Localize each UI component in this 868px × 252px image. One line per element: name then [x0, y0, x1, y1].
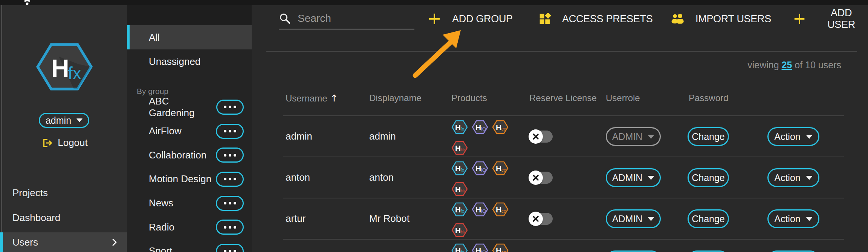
- column-header-userrole[interactable]: Userrole: [606, 93, 640, 103]
- access-presets-button[interactable]: ACCESS PRESETS: [536, 10, 655, 28]
- change-password-button[interactable]: Change: [688, 250, 729, 252]
- dot-icon: [234, 250, 236, 252]
- group-list-item[interactable]: News: [127, 191, 252, 215]
- nav-label: Users: [12, 237, 38, 248]
- userrole-value: ADMIN: [612, 214, 643, 224]
- userrole-dropdown[interactable]: ADMIN: [606, 127, 661, 146]
- group-name[interactable]: ABC Gardening: [149, 95, 216, 119]
- action-dropdown[interactable]: Action: [767, 168, 819, 187]
- dot-icon: [224, 202, 226, 204]
- svg-text:H: H: [496, 164, 501, 173]
- group-name[interactable]: Motion Design: [149, 173, 211, 185]
- column-header-products[interactable]: Products: [451, 93, 487, 103]
- svg-text:hk: hk: [461, 147, 466, 152]
- action-dropdown[interactable]: Action: [767, 209, 819, 228]
- change-password-button[interactable]: Change: [688, 127, 729, 146]
- svg-text:H: H: [496, 205, 501, 214]
- svg-text:fx: fx: [461, 126, 465, 132]
- group-list-item[interactable]: AirFlow: [127, 119, 252, 143]
- people-icon: [671, 14, 684, 24]
- nav-label: Dashboard: [12, 212, 60, 224]
- dot-icon: [224, 154, 226, 157]
- group-list-item[interactable]: Motion Design: [127, 167, 252, 191]
- add-user-button[interactable]: ADD USER: [791, 10, 868, 28]
- product-hex-hk: Hhk: [451, 140, 468, 155]
- app-window: H fx admin Logout Projects Dashboard Use…: [0, 0, 868, 252]
- reserve-license-toggle[interactable]: [529, 129, 553, 144]
- product-hex-co: Hco: [492, 243, 509, 252]
- group-list-item[interactable]: Radio: [127, 215, 252, 239]
- sidebar-item-projects[interactable]: Projects: [2, 182, 127, 204]
- change-label: Change: [692, 172, 725, 183]
- sidebar-item-users[interactable]: Users: [2, 232, 127, 252]
- by-group-section-label: By group: [137, 87, 168, 96]
- caret-down-icon: [806, 176, 813, 180]
- current-user-dropdown[interactable]: admin: [39, 113, 89, 128]
- userrole-dropdown[interactable]: ADMIN: [606, 209, 661, 228]
- group-name[interactable]: AirFlow: [149, 125, 182, 137]
- logo-letter-sub: fx: [68, 63, 81, 83]
- change-password-button[interactable]: Change: [688, 168, 729, 187]
- change-password-button[interactable]: Change: [688, 209, 729, 228]
- dot-icon: [224, 250, 226, 252]
- product-hex-io: HIO: [472, 120, 488, 135]
- sidebar-item-dashboard[interactable]: Dashboard: [2, 207, 127, 229]
- group-options-button[interactable]: [216, 148, 244, 163]
- svg-text:IO: IO: [481, 250, 486, 252]
- import-users-button[interactable]: IMPORT USERS: [668, 10, 773, 28]
- action-dropdown[interactable]: Action: [767, 127, 819, 146]
- column-header-password[interactable]: Password: [689, 93, 728, 103]
- nav-label: Projects: [12, 187, 48, 199]
- reserve-license-toggle[interactable]: [529, 212, 553, 226]
- group-name[interactable]: Collaboration: [149, 149, 206, 161]
- group-options-button[interactable]: [216, 124, 244, 139]
- svg-text:hk: hk: [461, 229, 466, 235]
- svg-text:hk: hk: [461, 188, 466, 194]
- svg-text:H: H: [455, 123, 461, 132]
- sort-asc-icon: ↑: [330, 93, 338, 104]
- group-options-button[interactable]: [216, 172, 244, 187]
- userrole-dropdown[interactable]: ADMIN: [606, 168, 661, 187]
- username-cell: artur: [286, 198, 306, 239]
- group-list-item[interactable]: Sport: [127, 239, 252, 252]
- logout-button[interactable]: Logout: [2, 137, 127, 149]
- group-name[interactable]: Sport: [149, 245, 172, 252]
- displayname-cell: admin: [369, 116, 396, 157]
- group-list-item[interactable]: Collaboration: [127, 143, 252, 167]
- viewing-suffix: of 10 users: [792, 60, 841, 70]
- group-options-button[interactable]: [216, 196, 244, 211]
- svg-text:H: H: [475, 164, 481, 173]
- group-options-button[interactable]: [216, 244, 244, 252]
- username-cell: admin: [286, 116, 312, 157]
- viewing-count-link[interactable]: 25: [782, 60, 792, 70]
- logo-letter-main: H: [51, 54, 69, 82]
- reserve-license-toggle[interactable]: [529, 171, 553, 185]
- x-icon: [532, 215, 539, 223]
- table-body: admin admin HfxHIOHcoHhk ADMIN Change Ac…: [283, 115, 844, 252]
- search-field[interactable]: [279, 8, 414, 29]
- products-cell: HfxHIOHcoHhk: [451, 161, 513, 197]
- userrole-dropdown[interactable]: ADMIN: [606, 250, 661, 252]
- action-dropdown[interactable]: Action: [767, 250, 819, 252]
- dot-icon: [229, 106, 231, 108]
- dot-icon: [234, 106, 236, 108]
- svg-text:IO: IO: [481, 126, 486, 132]
- group-name[interactable]: News: [149, 197, 173, 209]
- group-name[interactable]: Radio: [149, 221, 174, 233]
- group-options-button[interactable]: [216, 220, 244, 235]
- viewing-prefix: viewing: [747, 60, 781, 70]
- search-input[interactable]: [297, 12, 414, 25]
- svg-text:H: H: [475, 123, 481, 132]
- filter-all[interactable]: All: [127, 25, 252, 49]
- column-header-username[interactable]: Username ↑: [286, 93, 338, 104]
- svg-text:IO: IO: [481, 167, 486, 173]
- column-header-reserve-license[interactable]: Reserve License: [529, 93, 597, 103]
- filter-label: Unassigned: [149, 56, 200, 68]
- svg-text:H: H: [455, 246, 461, 252]
- column-header-displayname[interactable]: Displayname: [369, 93, 422, 103]
- add-group-button[interactable]: ADD GROUP: [426, 10, 515, 28]
- group-list-item[interactable]: ABC Gardening: [127, 95, 252, 119]
- filter-unassigned[interactable]: Unassigned: [127, 49, 252, 74]
- group-options-button[interactable]: [216, 100, 244, 115]
- userrole-value: ADMIN: [612, 172, 643, 183]
